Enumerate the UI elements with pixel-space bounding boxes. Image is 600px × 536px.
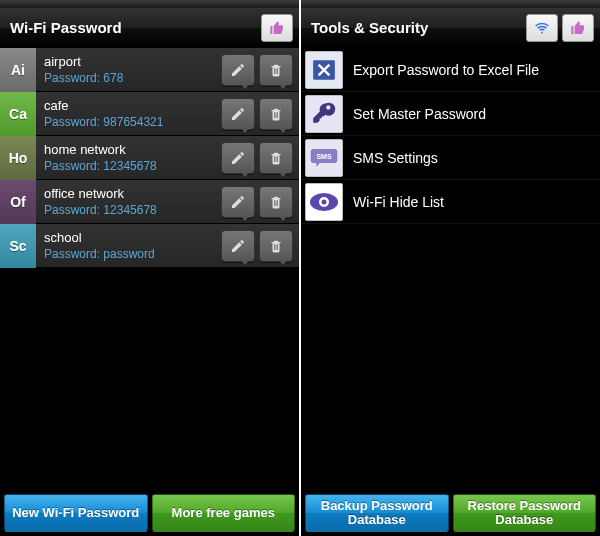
wifi-list: Ai airport Password: 678 Ca cafe bbox=[0, 48, 299, 490]
key-icon bbox=[305, 95, 343, 133]
pencil-icon bbox=[230, 150, 246, 166]
wifi-password: Password: 987654321 bbox=[44, 114, 221, 130]
phone-left: Wi-Fi Password Ai airport Password: 678 bbox=[0, 0, 299, 536]
export-excel-item[interactable]: Export Password to Excel File bbox=[301, 48, 600, 92]
page-title: Tools & Security bbox=[311, 19, 428, 36]
trash-icon bbox=[269, 62, 283, 78]
delete-button[interactable] bbox=[259, 186, 293, 218]
wifi-button[interactable] bbox=[526, 14, 558, 42]
pencil-icon bbox=[230, 106, 246, 122]
tool-label: Set Master Password bbox=[353, 106, 486, 122]
wifi-row[interactable]: Sc school Password: password bbox=[0, 224, 299, 268]
header: Wi-Fi Password bbox=[0, 8, 299, 48]
footer: Backup Password Database Restore Passwor… bbox=[301, 490, 600, 536]
statusbar bbox=[0, 0, 299, 8]
edit-button[interactable] bbox=[221, 54, 255, 86]
statusbar bbox=[301, 0, 600, 8]
footer: New Wi-Fi Password More free games bbox=[0, 490, 299, 536]
wifi-name: cafe bbox=[44, 98, 221, 114]
wifi-row[interactable]: Of office network Password: 12345678 bbox=[0, 180, 299, 224]
svg-point-5 bbox=[322, 199, 327, 204]
wifi-badge: Ho bbox=[0, 136, 36, 180]
wifi-badge: Ai bbox=[0, 48, 36, 92]
thumbs-up-icon bbox=[569, 20, 587, 36]
like-button[interactable] bbox=[562, 14, 594, 42]
edit-button[interactable] bbox=[221, 98, 255, 130]
new-wifi-password-button[interactable]: New Wi-Fi Password bbox=[4, 494, 148, 532]
delete-button[interactable] bbox=[259, 142, 293, 174]
wifi-badge: Ca bbox=[0, 92, 36, 136]
wifi-name: school bbox=[44, 230, 221, 246]
wifi-row[interactable]: Ho home network Password: 12345678 bbox=[0, 136, 299, 180]
trash-icon bbox=[269, 150, 283, 166]
svg-text:SMS: SMS bbox=[316, 152, 332, 159]
wifi-name: office network bbox=[44, 186, 221, 202]
pencil-icon bbox=[230, 194, 246, 210]
wifi-password: Password: 12345678 bbox=[44, 158, 221, 174]
edit-button[interactable] bbox=[221, 230, 255, 262]
wifi-badge: Sc bbox=[0, 224, 36, 268]
wifi-row[interactable]: Ai airport Password: 678 bbox=[0, 48, 299, 92]
wifi-badge: Of bbox=[0, 180, 36, 224]
sms-settings-item[interactable]: SMS SMS Settings bbox=[301, 136, 600, 180]
thumbs-up-icon bbox=[268, 20, 286, 36]
tool-label: Wi-Fi Hide List bbox=[353, 194, 444, 210]
trash-icon bbox=[269, 106, 283, 122]
sms-icon: SMS bbox=[305, 139, 343, 177]
wifi-icon bbox=[532, 21, 552, 35]
backup-database-button[interactable]: Backup Password Database bbox=[305, 494, 449, 532]
wifi-password: Password: 12345678 bbox=[44, 202, 221, 218]
wifi-password: Password: password bbox=[44, 246, 221, 262]
trash-icon bbox=[269, 194, 283, 210]
pencil-icon bbox=[230, 238, 246, 254]
edit-button[interactable] bbox=[221, 142, 255, 174]
delete-button[interactable] bbox=[259, 230, 293, 262]
header: Tools & Security bbox=[301, 8, 600, 48]
edit-button[interactable] bbox=[221, 186, 255, 218]
master-password-item[interactable]: Set Master Password bbox=[301, 92, 600, 136]
wifi-row[interactable]: Ca cafe Password: 987654321 bbox=[0, 92, 299, 136]
pencil-icon bbox=[230, 62, 246, 78]
tool-label: Export Password to Excel File bbox=[353, 62, 539, 78]
tool-label: SMS Settings bbox=[353, 150, 438, 166]
like-button[interactable] bbox=[261, 14, 293, 42]
excel-icon bbox=[305, 51, 343, 89]
delete-button[interactable] bbox=[259, 98, 293, 130]
trash-icon bbox=[269, 238, 283, 254]
wifi-hide-list-item[interactable]: Wi-Fi Hide List bbox=[301, 180, 600, 224]
phone-right: Tools & Security Export Password to Exce… bbox=[301, 0, 600, 536]
wifi-name: home network bbox=[44, 142, 221, 158]
delete-button[interactable] bbox=[259, 54, 293, 86]
tool-list: Export Password to Excel File Set Master… bbox=[301, 48, 600, 490]
eye-icon bbox=[305, 183, 343, 221]
wifi-name: airport bbox=[44, 54, 221, 70]
wifi-password: Password: 678 bbox=[44, 70, 221, 86]
page-title: Wi-Fi Password bbox=[10, 19, 122, 36]
more-free-games-button[interactable]: More free games bbox=[152, 494, 296, 532]
restore-database-button[interactable]: Restore Password Database bbox=[453, 494, 597, 532]
